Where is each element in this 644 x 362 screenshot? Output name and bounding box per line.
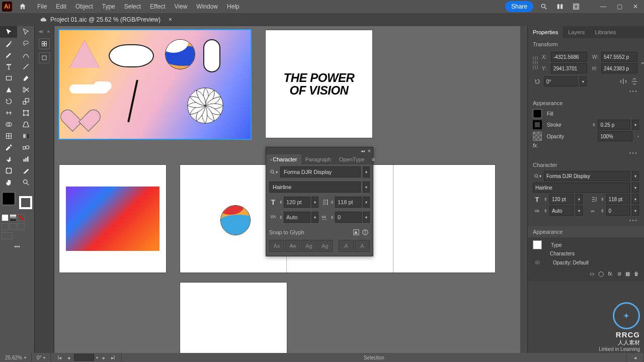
rp-leading-stepper[interactable]: ⇕ — [601, 197, 604, 202]
line-tool[interactable] — [17, 61, 34, 72]
pen-tool[interactable] — [0, 49, 17, 61]
arrange-icon[interactable] — [554, 2, 566, 11]
close-window-icon[interactable]: ✕ — [630, 2, 641, 11]
opacity-field[interactable]: 100% — [598, 131, 632, 141]
shape-ball[interactable] — [165, 39, 195, 69]
lasso-tool[interactable] — [17, 38, 34, 49]
tracking-field[interactable]: 0 — [335, 212, 362, 223]
font-search-icon[interactable]: ▾ — [269, 167, 278, 176]
artboard-prev-icon[interactable]: ◂ — [65, 354, 72, 361]
headline-text[interactable]: THE POWER OF VISION — [284, 71, 355, 97]
link-wh-icon[interactable] — [641, 56, 644, 69]
panel-close-icon[interactable]: × — [368, 148, 371, 154]
magic-wand-tool[interactable] — [0, 38, 17, 49]
artboard-first-icon[interactable]: I◂ — [56, 354, 63, 361]
slice-tool[interactable] — [17, 165, 34, 176]
rp-leading[interactable]: 118 pt — [606, 194, 630, 204]
menu-edit[interactable]: Edit — [52, 1, 70, 12]
glyph-btn-6[interactable]: A — [355, 240, 370, 252]
search-icon[interactable] — [538, 2, 549, 11]
rp-font-search-icon[interactable]: ▾ — [533, 171, 542, 180]
draw-behind[interactable] — [10, 223, 17, 230]
artboard-last-icon[interactable]: ▸I — [109, 354, 116, 361]
rectangle-tool[interactable] — [0, 72, 17, 84]
ap2-trash-icon[interactable]: 🗑 — [634, 271, 639, 277]
rp-font-style[interactable]: Hairline — [533, 183, 630, 193]
shape-eye[interactable] — [109, 44, 154, 67]
width-tool[interactable] — [0, 107, 17, 119]
rotate-drop-status[interactable]: ▾ — [43, 355, 45, 360]
tab-libraries[interactable]: Libraries — [590, 26, 621, 38]
ap2-btn-4[interactable]: ▦ — [625, 271, 630, 277]
glyph-btn-4[interactable]: Ag — [317, 240, 333, 252]
font-family-drop[interactable]: ▾ — [363, 166, 370, 177]
rp-tracking-drop[interactable]: ▾ — [632, 206, 639, 216]
panel-menu-icon[interactable]: ≡ — [369, 154, 378, 164]
glyph-btn-1[interactable]: Ax — [269, 240, 284, 252]
share-button[interactable]: Share — [505, 1, 533, 12]
artboard-1[interactable] — [59, 30, 251, 139]
kerning-drop[interactable]: ▾ — [311, 212, 318, 223]
color-mode-solid[interactable] — [2, 214, 9, 221]
menu-view[interactable]: View — [171, 1, 192, 12]
strip-collapse-icon[interactable]: ≪ — [39, 29, 43, 34]
fill-stroke-swatch[interactable] — [1, 191, 33, 210]
flip-v-icon[interactable] — [630, 77, 639, 86]
tracking-drop[interactable]: ▾ — [363, 212, 370, 223]
document-name[interactable]: Project 01.aic @ 25.62 % (RGB/Preview) — [50, 16, 160, 23]
screen-mode[interactable] — [2, 232, 13, 239]
shape-pill[interactable] — [203, 39, 220, 72]
type-swatch[interactable] — [533, 240, 542, 249]
scale-tool[interactable] — [17, 96, 34, 107]
scissors-tool[interactable] — [17, 84, 34, 96]
font-size-drop[interactable]: ▾ — [311, 197, 318, 208]
menu-help[interactable]: Help — [223, 1, 244, 12]
artboard-7[interactable] — [180, 283, 287, 353]
mesh-tool[interactable] — [0, 130, 17, 142]
type-tool[interactable] — [0, 61, 17, 72]
snap-info-icon[interactable] — [361, 228, 370, 237]
graph-tool[interactable] — [17, 153, 34, 165]
artboard-drop[interactable]: ▾ — [96, 355, 98, 360]
workspace-icon[interactable] — [571, 2, 582, 11]
color-mode-none[interactable] — [18, 214, 25, 221]
font-style-field[interactable]: Hairline — [269, 182, 361, 193]
tab-opentype[interactable]: OpenType — [335, 154, 369, 164]
character-more[interactable]: ••• — [533, 217, 639, 223]
symbol-sprayer-tool[interactable] — [0, 153, 17, 165]
gradient-tool[interactable] — [17, 130, 34, 142]
tab-layers[interactable]: Layers — [563, 26, 590, 38]
shape-heart[interactable] — [68, 101, 92, 123]
draw-inside[interactable] — [18, 223, 25, 230]
leading-drop[interactable]: ▾ — [363, 197, 370, 208]
transform-h[interactable]: 244.2383 p — [601, 63, 637, 73]
menu-select[interactable]: Select — [120, 1, 145, 12]
reference-point-grid[interactable] — [533, 56, 538, 69]
ap2-btn-1[interactable]: ▭ — [590, 271, 594, 277]
hand-tool[interactable] — [0, 176, 17, 188]
view-rotate[interactable]: 0° — [37, 355, 42, 360]
font-style-drop[interactable]: ▾ — [363, 182, 370, 193]
zoom-tool[interactable] — [17, 176, 34, 188]
character-panel[interactable]: ◂◂ × ◦Character Paragraph OpenType ≡ ▾ F… — [266, 147, 373, 256]
rotate-drop[interactable]: ▾ — [580, 76, 587, 86]
rp-tracking[interactable]: 0 — [606, 206, 630, 216]
shape-ball-2[interactable] — [220, 205, 251, 235]
strip-btn-1[interactable] — [39, 38, 50, 49]
fx-icon[interactable]: fx. — [533, 143, 538, 148]
snap-glyph-btn[interactable]: A — [352, 228, 361, 237]
stroke-swatch[interactable] — [19, 196, 32, 209]
rp-font-style-drop[interactable]: ▾ — [632, 183, 639, 193]
rp-kerning-drop[interactable]: ▾ — [576, 206, 583, 216]
fill-swatch-prop[interactable] — [533, 109, 542, 118]
flip-h-icon[interactable] — [619, 77, 628, 86]
tab-properties[interactable]: Properties — [528, 26, 563, 38]
rp-kerning[interactable]: Auto — [549, 206, 574, 216]
opacity-swatch[interactable] — [533, 132, 542, 141]
vertical-scrollbar[interactable] — [520, 26, 527, 353]
perspective-tool[interactable] — [17, 119, 34, 130]
font-family-field[interactable]: Forma DJR Display — [280, 166, 361, 177]
direct-selection-tool[interactable] — [17, 26, 34, 38]
opacity-expand-icon[interactable]: › — [637, 134, 639, 139]
strip-btn-2[interactable] — [39, 52, 50, 63]
